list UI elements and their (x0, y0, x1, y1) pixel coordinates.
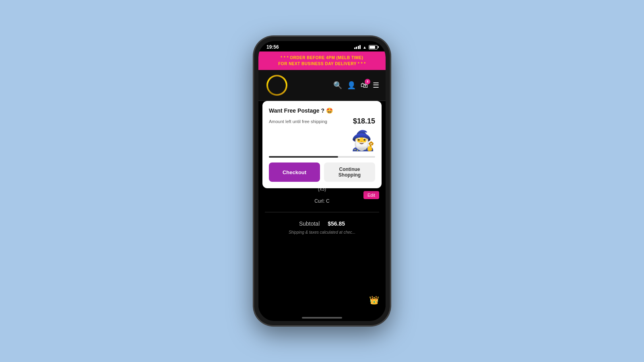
popup-buttons: Checkout Continue Shopping (269, 162, 375, 182)
progress-fill (269, 156, 338, 158)
item-divider (265, 212, 379, 212)
shipping-row: Amount left until free shipping $18.15 (269, 117, 375, 125)
continue-shopping-button[interactable]: Continue Shopping (324, 162, 375, 182)
battery-icon (369, 45, 378, 49)
promo-line1: * * * ORDER BEFORE 4PM (MELB TIME) (263, 55, 381, 61)
time-display: 19:56 (266, 44, 279, 50)
promo-banner: * * * ORDER BEFORE 4PM (MELB TIME) FOR N… (258, 51, 386, 70)
shipping-label: Amount left until free shipping (269, 119, 327, 124)
logo-ring (266, 75, 287, 96)
nav-bar: 🔍 👤 🛍 3 ☰ (258, 70, 386, 101)
phone-frame: 19:56 ▲ * * * ORDER BEFORE 4PM (M (254, 36, 390, 326)
wifi-icon: ▲ (363, 45, 367, 49)
free-postage-popup: Want Free Postage ? 🤩 Amount left until … (262, 101, 382, 188)
search-icon[interactable]: 🔍 (333, 81, 342, 90)
signal-icon (354, 45, 361, 49)
popup-title: Want Free Postage ? 🤩 (269, 107, 375, 114)
shipping-amount: $18.15 (353, 117, 375, 125)
subtotal-label: Subtotal (299, 220, 320, 227)
notch (298, 41, 346, 51)
shipping-note: Shipping & taxes calculated at chec... (258, 228, 386, 236)
cart-badge: 3 (365, 79, 370, 84)
edit-button[interactable]: Edit (363, 191, 379, 199)
phone-screen: 19:56 ▲ * * * ORDER BEFORE 4PM (M (258, 41, 386, 321)
nav-icons: 🔍 👤 🛍 3 ☰ (333, 81, 379, 90)
subtotal-amount: $56.85 (328, 220, 345, 227)
item-curl: Curl: C (311, 195, 332, 207)
promo-line2: FOR NEXT BUSINESS DAY DELIVERY * * * (263, 61, 381, 67)
user-icon[interactable]: 👤 (347, 81, 356, 90)
subtotal-row: Subtotal $56.85 (258, 216, 386, 228)
logo (265, 73, 289, 97)
crown-icon: 👑 (369, 295, 379, 305)
character-image: 🧙‍♂️ (351, 130, 375, 152)
cart-icon[interactable]: 🛍 3 (361, 81, 368, 90)
checkout-button[interactable]: Checkout (269, 162, 320, 182)
status-icons: ▲ (354, 45, 378, 49)
progress-bar (269, 156, 375, 158)
home-indicator (302, 317, 342, 319)
popup-image-area: 🧙‍♂️ (269, 129, 375, 153)
menu-icon[interactable]: ☰ (373, 81, 379, 90)
